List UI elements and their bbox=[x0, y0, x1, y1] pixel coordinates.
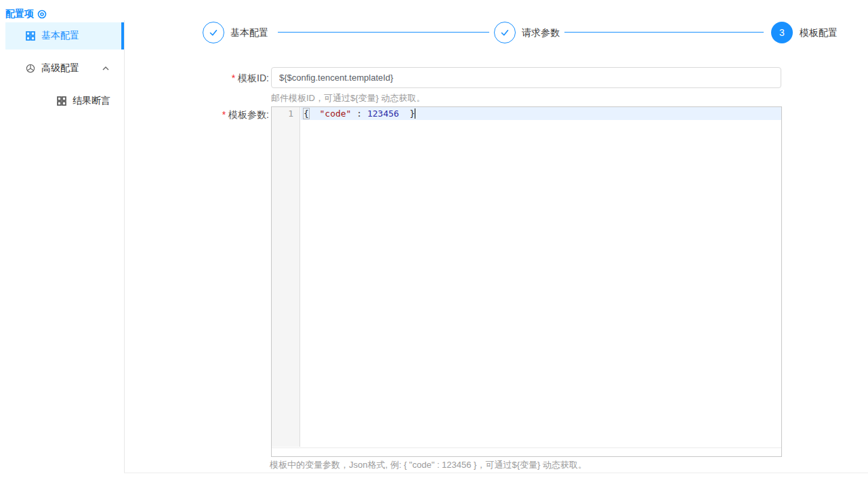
template-id-input[interactable] bbox=[271, 67, 781, 88]
step-1-label: 基本配置 bbox=[230, 22, 268, 43]
grid-icon bbox=[26, 31, 35, 41]
json-separator: : bbox=[351, 108, 367, 119]
check-icon bbox=[499, 27, 510, 38]
template-id-label: *模板ID: bbox=[203, 73, 269, 85]
check-icon bbox=[208, 27, 219, 38]
content-bottom-border bbox=[124, 473, 868, 473]
sidebar-item-basic-config[interactable]: 基本配置 bbox=[5, 22, 124, 49]
template-params-code-editor[interactable]: 1 { "code" : 123456 } bbox=[271, 106, 782, 457]
json-number-value: 123456 bbox=[367, 108, 399, 119]
code-line-1: { "code" : 123456 } bbox=[301, 107, 781, 120]
json-open-brace: { bbox=[304, 108, 309, 119]
editor-code-area[interactable]: { "code" : 123456 } bbox=[301, 107, 781, 447]
sidebar-title: 配置项 bbox=[5, 8, 47, 20]
sidebar-item-advanced-config[interactable]: 高级配置 bbox=[5, 55, 124, 82]
step-connector-1 bbox=[278, 32, 489, 33]
step-1-basic-config[interactable] bbox=[203, 22, 224, 43]
cube-icon bbox=[26, 64, 35, 73]
step-2-label: 请求参数 bbox=[522, 22, 560, 43]
text-cursor bbox=[415, 108, 415, 119]
json-whitespace bbox=[309, 108, 320, 119]
template-params-help: 模板中的变量参数，Json格式, 例: { "code" : 123456 }，… bbox=[270, 459, 587, 471]
sidebar-item-result-assertion[interactable]: 结果断言 bbox=[5, 87, 124, 115]
sidebar-item-label: 结果断言 bbox=[73, 95, 110, 107]
sidebar-title-text: 配置项 bbox=[5, 8, 34, 20]
step-connector-2 bbox=[564, 32, 764, 33]
required-mark: * bbox=[222, 109, 226, 120]
json-close-brace: } bbox=[410, 108, 415, 119]
step-2-request-params[interactable] bbox=[494, 22, 516, 43]
step-3-number: 3 bbox=[779, 27, 785, 38]
sidebar-divider bbox=[124, 20, 125, 473]
sidebar-item-label: 高级配置 bbox=[41, 62, 79, 75]
sidebar-item-label: 基本配置 bbox=[41, 30, 79, 42]
step-3-label: 模板配置 bbox=[800, 22, 838, 43]
template-id-help: 邮件模板ID，可通过${变量} 动态获取。 bbox=[271, 92, 426, 104]
line-number: 1 bbox=[272, 107, 299, 120]
chevron-up-icon[interactable] bbox=[102, 66, 109, 71]
template-params-label: *模板参数: bbox=[203, 109, 269, 121]
json-whitespace bbox=[399, 108, 410, 119]
required-mark: * bbox=[232, 73, 235, 83]
editor-gutter: 1 bbox=[272, 107, 300, 447]
editor-horizontal-scrollbar[interactable] bbox=[272, 447, 781, 456]
json-key: "code" bbox=[319, 108, 351, 119]
aim-icon bbox=[37, 9, 47, 19]
grid-icon bbox=[57, 96, 66, 106]
step-3-template-config[interactable]: 3 bbox=[771, 22, 793, 43]
